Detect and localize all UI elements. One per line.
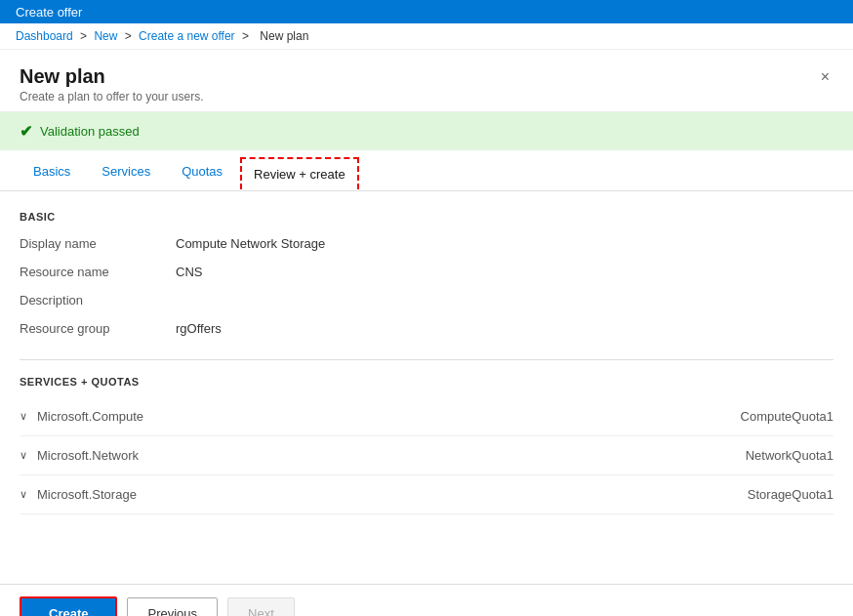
validation-message: Validation passed [40,124,140,139]
field-value-display-name: Compute Network Storage [176,232,833,255]
panel-title: New plan [20,65,204,88]
chevron-icon-compute: ∨ [20,410,27,423]
next-button: Next [227,597,295,616]
quota-value-network: NetworkQuota1 [746,448,833,463]
panel-subtitle: Create a plan to offer to your users. [20,90,204,103]
basic-info-grid: Display name Compute Network Storage Res… [20,232,833,340]
tab-services[interactable]: Services [88,154,164,190]
tab-review-create[interactable]: Review + create [240,157,359,189]
breadcrumb-create-offer[interactable]: Create a new offer [139,29,235,43]
basic-section-label: BASIC [20,211,833,223]
service-name-compute: Microsoft.Compute [37,409,143,424]
service-row-compute: ∨ Microsoft.Compute ComputeQuota1 [20,397,833,436]
quota-value-storage: StorageQuota1 [748,487,833,502]
tab-quotas[interactable]: Quotas [168,154,236,190]
service-name-storage: Microsoft.Storage [37,487,137,502]
tab-basics[interactable]: Basics [20,154,84,190]
create-button[interactable]: Create [20,596,117,616]
previous-button[interactable]: Previous [127,597,218,616]
breadcrumb: Dashboard > New > Create a new offer > N… [0,23,853,50]
validation-bar: ✔ Validation passed [0,112,853,150]
footer: Create Previous Next [0,584,853,616]
main-panel: New plan Create a plan to offer to your … [0,50,853,616]
field-label-resource-group: Resource group [20,317,176,340]
chevron-icon-network: ∨ [20,449,27,462]
quota-value-compute: ComputeQuota1 [741,409,833,424]
breadcrumb-dashboard[interactable]: Dashboard [16,29,73,43]
field-value-description [176,289,833,311]
breadcrumb-current: New plan [260,29,308,43]
close-button[interactable]: × [817,65,833,89]
field-label-description: Description [20,289,176,311]
topbar-label: Create offer [16,5,82,20]
field-value-resource-group: rgOffers [176,317,833,340]
content-area: BASIC Display name Compute Network Stora… [0,191,853,534]
tab-bar: Basics Services Quotas Review + create [0,154,853,191]
field-label-resource-name: Resource name [20,261,176,283]
breadcrumb-new[interactable]: New [94,29,117,43]
service-name-network: Microsoft.Network [37,448,139,463]
service-row-network: ∨ Microsoft.Network NetworkQuota1 [20,436,833,475]
chevron-icon-storage: ∨ [20,488,27,501]
field-value-resource-name: CNS [176,261,833,283]
panel-header: New plan Create a plan to offer to your … [0,50,853,112]
field-label-display-name: Display name [20,232,176,255]
services-section-label: SERVICES + QUOTAS [20,376,833,388]
service-row-storage: ∨ Microsoft.Storage StorageQuota1 [20,475,833,514]
checkmark-icon: ✔ [20,122,32,141]
